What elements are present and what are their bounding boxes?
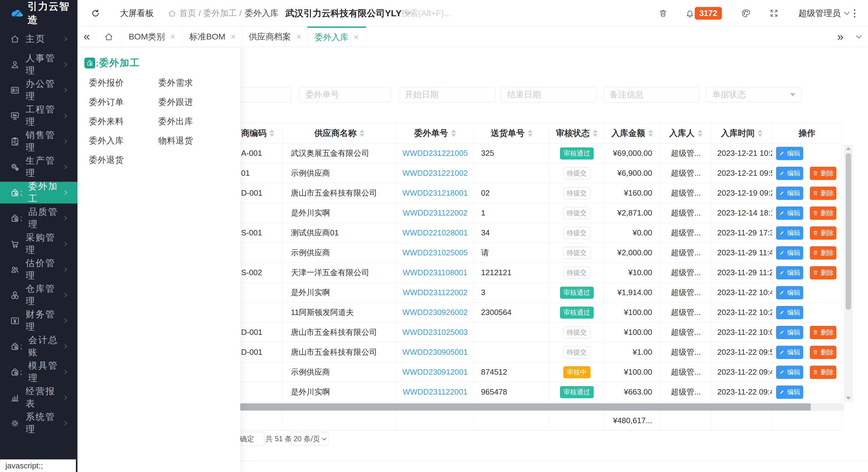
flyout-item-委外跟进[interactable]: 委外跟进 [158, 93, 193, 112]
sidebar-item-估价管理[interactable]: 估价管理 [0, 259, 78, 280]
sort-icon[interactable] [360, 130, 364, 137]
delete-button[interactable]: 删除 [810, 346, 836, 359]
sort-icon[interactable] [698, 130, 703, 137]
tab-标准BOM[interactable]: 标准BOM× [182, 27, 243, 47]
col-header-审核状态[interactable]: 审核状态 [550, 123, 604, 143]
close-icon[interactable]: × [296, 32, 301, 41]
reload-button[interactable] [91, 0, 100, 27]
col-header-入库人[interactable]: 入库人 [661, 123, 711, 143]
sidebar-item-品质管理[interactable]: ;品质管理 [0, 208, 78, 229]
delete-button[interactable]: 删除 [810, 226, 836, 240]
delete-button[interactable]: 删除 [810, 246, 836, 259]
col-header-委外单号[interactable]: 委外单号 [397, 123, 474, 143]
flyout-item-物料退货[interactable]: 物料退货 [158, 131, 193, 150]
collapse-tabs-button[interactable]: « [78, 27, 96, 47]
close-icon[interactable]: × [170, 32, 175, 41]
delete-button[interactable]: 删除 [810, 326, 836, 339]
close-icon[interactable]: × [354, 33, 359, 42]
sort-icon[interactable] [451, 130, 456, 137]
order-no-link[interactable]: WWDD231218001 [402, 188, 468, 198]
col-header-入库金额[interactable]: 入库金额 [604, 123, 661, 143]
sidebar-item-委外加工[interactable]: ;委外加工 [0, 182, 78, 203]
edit-button[interactable]: 编辑 [776, 286, 803, 299]
filter-input-4[interactable] [603, 87, 699, 102]
edit-button[interactable]: 编辑 [776, 167, 803, 180]
edit-button[interactable]: 编辑 [776, 266, 803, 279]
filter-input-1[interactable] [299, 87, 391, 102]
app-logo[interactable]: 引力云智造 [0, 0, 78, 27]
delete-button[interactable]: 删除 [810, 266, 836, 279]
sidebar-item-工程管理[interactable]: 工程管理 [0, 105, 78, 127]
flyout-item-委外入库[interactable]: 委外入库 [89, 131, 124, 150]
order-no-link[interactable]: WWDD230912001 [402, 368, 468, 377]
col-header-送货单号[interactable]: 送货单号 [474, 123, 550, 143]
edit-button[interactable]: 编辑 [776, 385, 803, 399]
order-no-link[interactable]: WWDD231025005 [402, 248, 468, 257]
flyout-item-委外需求[interactable]: 委外需求 [158, 73, 193, 93]
edit-button[interactable]: 编辑 [776, 246, 803, 259]
col-header-操作[interactable]: 操作 [772, 123, 842, 143]
order-no-link[interactable]: WWDD231122002 [403, 288, 467, 297]
sidebar-item-人事管理[interactable]: 人事管理 [0, 54, 78, 75]
col-header-入库时间[interactable]: 入库时间 [711, 123, 772, 143]
flyout-item-委外退货[interactable]: 委外退货 [89, 150, 124, 170]
order-no-link[interactable]: WWDD230926002 [402, 308, 468, 317]
flyout-item-委外订单[interactable]: 委外订单 [89, 93, 124, 112]
sidebar-item-系统管理[interactable]: 系统管理 [0, 412, 78, 434]
sidebar-item-销售管理[interactable]: 销售管理 [0, 130, 78, 152]
col-header-供应商名称[interactable]: 供应商名称 [282, 123, 397, 143]
sidebar-item-仓库管理[interactable]: 仓库管理 [0, 284, 78, 306]
edit-button[interactable]: 编辑 [776, 326, 803, 339]
sort-icon[interactable] [648, 130, 653, 137]
filter-input-2[interactable] [398, 87, 495, 102]
order-no-link[interactable]: WWDD231122001 [403, 387, 467, 397]
edit-button[interactable]: 编辑 [776, 147, 803, 160]
company-selector[interactable]: 武汉引力云科技有限公司YLY [285, 0, 410, 27]
delete-button[interactable]: 删除 [810, 207, 836, 220]
scroll-up-arrow[interactable] [846, 147, 851, 150]
delete-button[interactable]: 删除 [810, 366, 836, 379]
tab-供应商档案[interactable]: 供应商档案× [243, 27, 307, 47]
scroll-down-arrow[interactable] [846, 397, 851, 400]
sidebar-item-模具管理[interactable]: ;模具管理 [0, 361, 78, 383]
filter-select-status[interactable]: 单据状态 [706, 87, 802, 102]
sidebar-item-财务管理[interactable]: 财务管理 [0, 310, 78, 332]
flyout-item-委外来料[interactable]: 委外来料 [89, 112, 124, 131]
theme-button[interactable] [741, 0, 751, 27]
order-no-link[interactable]: WWDD231108001 [403, 268, 467, 277]
edit-button[interactable]: 编辑 [776, 306, 803, 319]
sidebar-item-主页[interactable]: 主页 [0, 28, 78, 50]
user-menu[interactable]: 超级管理员 [798, 0, 849, 27]
breadcrumb-prefix[interactable]: 首页 / 委外加工 / [179, 7, 242, 19]
order-no-link[interactable]: WWDD231221005 [402, 149, 468, 158]
order-no-link[interactable]: WWDD231221002 [402, 168, 468, 178]
sidebar-item-采购管理[interactable]: 采购管理 [0, 233, 78, 255]
delete-button[interactable]: 删除 [810, 187, 836, 200]
close-icon[interactable]: × [231, 32, 236, 41]
tab-home[interactable] [96, 27, 122, 47]
global-search-input[interactable]: 搜索(Alt+F)... [401, 0, 451, 27]
tab-actions-chevron-icon[interactable] [856, 33, 861, 38]
sort-icon[interactable] [528, 130, 532, 137]
filter-input-3[interactable] [501, 87, 597, 102]
sidebar-item-会计总账[interactable]: ;会计总账 [0, 336, 78, 357]
horizontal-scrollbar-thumb[interactable] [240, 403, 811, 410]
sort-icon[interactable] [758, 130, 763, 137]
clear-button[interactable] [658, 0, 668, 27]
dashboard-link[interactable]: 大屏看板 [120, 0, 154, 27]
order-no-link[interactable]: WWDD230905001 [402, 348, 468, 357]
flyout-item-委外出库[interactable]: 委外出库 [158, 112, 193, 131]
notification-badge[interactable]: 3172 [695, 7, 722, 20]
edit-button[interactable]: 编辑 [776, 366, 803, 379]
edit-button[interactable]: 编辑 [776, 346, 803, 359]
sort-icon[interactable] [270, 130, 274, 137]
order-no-link[interactable]: WWDD231025003 [402, 327, 468, 337]
edit-button[interactable]: 编辑 [776, 187, 803, 200]
vertical-scrollbar-thumb[interactable] [846, 153, 851, 310]
flyout-item-委外报价[interactable]: 委外报价 [89, 73, 124, 93]
more-menu-button[interactable] [854, 0, 855, 27]
edit-button[interactable]: 编辑 [776, 226, 803, 240]
edit-button[interactable]: 编辑 [776, 207, 803, 220]
notifications-button[interactable] [685, 0, 695, 27]
sidebar-item-办公管理[interactable]: 办公管理 [0, 79, 78, 101]
